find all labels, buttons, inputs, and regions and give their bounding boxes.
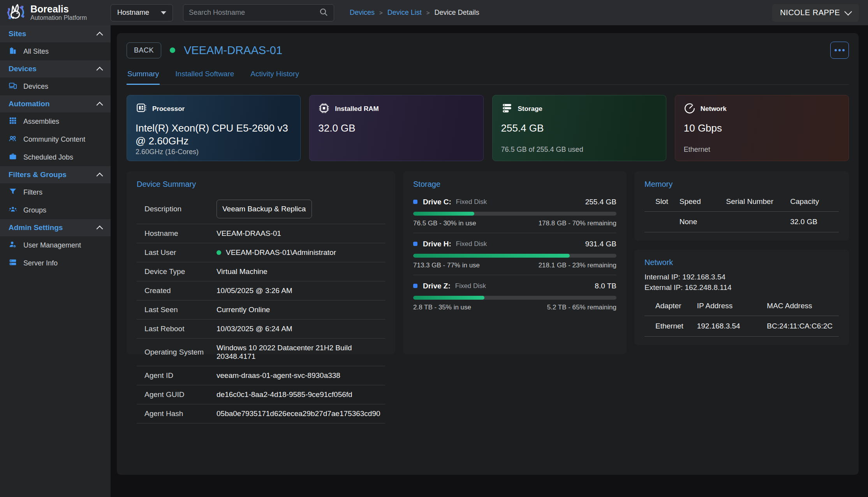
drive-name: Drive H: [423,240,451,248]
device-name-title: VEEAM-DRAAS-01 [184,44,282,57]
sidebar-item-label: Community Content [23,135,85,144]
sidebar-section-sites[interactable]: Sites [0,25,111,42]
drive-row: Drive C: Fixed Disk 255.4 GB 76.5 GB - 3… [413,191,616,233]
brand-tagline: Automation Platform [30,14,87,21]
sidebar-item-filters[interactable]: Filters [0,183,111,201]
sidebar-item-community-content[interactable]: Community Content [0,130,111,148]
row-label: Agent GUID [144,390,217,399]
sidebar-item-label: Scheduled Jobs [23,153,73,162]
sidebar-item-label: Devices [23,83,48,91]
sidebar-item-label: All Sites [23,47,49,56]
table-row: Device Type Virtual Machine [137,262,385,281]
user-menu[interactable]: NICOLE RAPPE [772,4,859,22]
brand-name: Borealis [30,4,87,14]
cell-speed: None [680,218,726,226]
table-row: Hostname VEEAM-DRAAS-01 [137,224,385,243]
drive-name: Drive Z: [423,282,451,290]
cell-mac: BC:24:11:CA:C6:2C [767,322,839,330]
search-box [183,4,334,21]
device-details-card: BACK VEEAM-DRAAS-01 Summary Installed So… [117,33,859,475]
column-header: Adapter [644,302,697,310]
chevron-down-icon [844,8,852,16]
briefcase-icon [9,152,17,163]
sidebar-section-automation[interactable]: Automation [0,95,111,112]
breadcrumb-separator: > [379,9,383,16]
column-header: Capacity [790,197,839,206]
drive-size: 8.0 TB [595,282,616,290]
drive-used: 713.3 GB - 77% in use [413,262,480,269]
cell-capacity: 32.0 GB [790,218,839,226]
ram-chip-icon [318,102,330,116]
device-summary-table: Description Hostname VEEAM-DRAAS-01 Last… [137,196,385,423]
row-value: 05ba0e7935171d626ecea29b27d7ae175363cd90 [217,409,380,418]
building-icon [9,46,17,57]
chevron-up-icon [97,67,103,73]
row-label: Operating System [144,348,217,357]
search-field-select-value: Hostname [117,9,149,17]
drive-used: 2.8 TB - 35% in use [413,304,471,311]
back-button[interactable]: BACK [127,42,161,58]
sidebar-section-admin-settings[interactable]: Admin Settings [0,219,111,236]
sidebar-item-scheduled-jobs[interactable]: Scheduled Jobs [0,148,111,166]
sidebar-item-user-management[interactable]: User Management [0,236,111,254]
section-label: Filters & Groups [9,170,67,179]
panel-title: Network [644,258,839,267]
internal-ip: Internal IP: 192.168.3.54 [644,272,839,283]
server-icon [9,258,17,269]
memory-table: Slot Speed Serial Number Capacity None 3… [644,195,839,232]
drive-row: Drive Z: Fixed Disk 8.0 TB 2.8 TB - 35% … [413,275,616,317]
table-row: Agent ID veeam-draas-01-agent-svc-8930a3… [137,366,385,385]
row-value: 10/05/2025 @ 3:26 AM [217,286,292,295]
table-row: Agent Hash 05ba0e7935171d626ecea29b27d7a… [137,404,385,423]
row-label: Agent ID [144,371,217,380]
drive-remaining: 5.2 TB - 65% remaining [547,304,616,311]
search-input[interactable] [189,9,319,17]
panel-title: Memory [644,180,839,189]
top-bar: Borealis Automation Platform Hostname De… [0,0,868,25]
table-row: Agent GUID de16c0c1-8aa2-4d18-9585-9ce91… [137,385,385,404]
stat-card-footer: 2.60GHz (16-Cores) [136,148,292,156]
drive-type: Fixed Disk [456,240,487,248]
row-label: Last Reboot [144,325,217,333]
drive-bullet-icon [413,284,417,288]
breadcrumb-device-list[interactable]: Device List [387,9,422,17]
drive-bullet-icon [413,200,417,204]
memory-panel: Memory Slot Speed Serial Number Capacity… [634,171,849,241]
more-actions-button[interactable] [830,42,849,59]
ellipsis-icon [835,49,837,51]
sidebar-item-all-sites[interactable]: All Sites [0,42,111,60]
table-row: Created 10/05/2025 @ 3:26 AM [137,281,385,300]
stat-card-value: 255.4 GB [501,122,657,135]
brand: Borealis Automation Platform [0,2,111,24]
row-label: Last User [144,248,217,257]
sidebar-item-devices[interactable]: Devices [0,77,111,95]
tab-activity-history[interactable]: Activity History [250,70,300,84]
row-label: Agent Hash [144,409,217,418]
row-label: Last Seen [144,306,217,314]
table-row: Operating System Windows 10 2022 Datacen… [137,339,385,366]
sidebar-section-filters-groups[interactable]: Filters & Groups [0,166,111,183]
online-status-dot [170,47,175,53]
description-input[interactable] [217,200,312,218]
row-value: Windows 10 2022 Datacenter 21H2 Build 20… [217,344,385,361]
installed-ram-card: Installed RAM 32.0 GB [309,95,483,161]
drive-usage-bar [413,296,616,300]
sidebar-item-server-info[interactable]: Server Info [0,254,111,272]
device-tabs: Summary Installed Software Activity Hist… [127,70,849,85]
sidebar-item-assemblies[interactable]: Assemblies [0,112,111,130]
breadcrumb-devices[interactable]: Devices [350,9,375,17]
online-status-dot [217,250,221,255]
drive-usage-bar [413,254,616,258]
section-label: Sites [9,30,26,38]
sidebar-item-groups[interactable]: Groups [0,201,111,219]
search-field-select[interactable]: Hostname [111,4,173,21]
grid-icon [9,116,17,127]
tab-installed-software[interactable]: Installed Software [174,70,235,84]
sidebar-section-devices[interactable]: Devices [0,60,111,77]
row-value: Virtual Machine [217,267,268,276]
stat-card-footer [318,146,474,154]
chevron-up-icon [97,102,103,108]
tab-summary[interactable]: Summary [127,70,160,85]
section-label: Devices [9,65,37,73]
stat-card-value: Intel(R) Xeon(R) CPU E5-2690 v3 @ 2.60GH… [136,122,292,148]
